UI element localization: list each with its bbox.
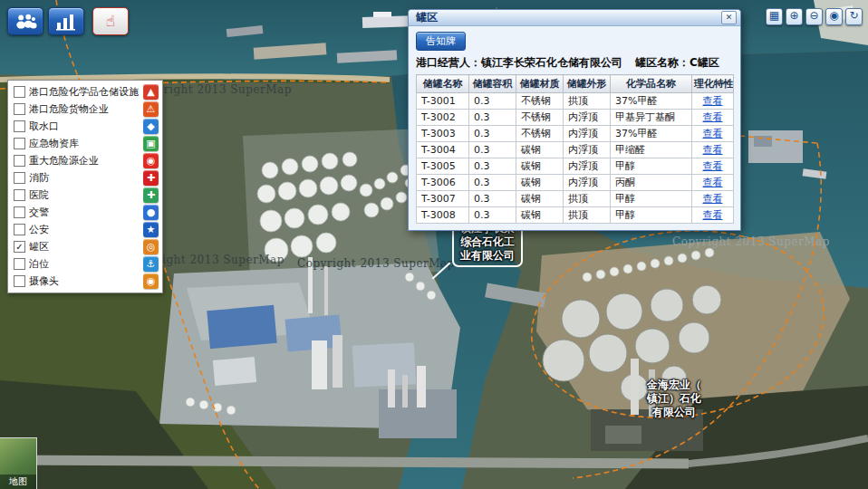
table-cell: 内浮顶 <box>564 158 611 175</box>
table-cell: 不锈钢 <box>516 126 564 142</box>
view-link[interactable]: 查看 <box>703 144 723 156</box>
table-row: T-30060.3碳钢内浮顶丙酮查看 <box>417 175 734 191</box>
layer-checkbox[interactable] <box>14 206 25 218</box>
layer-row[interactable]: 取水口◆ <box>8 118 162 135</box>
layer-row[interactable]: 应急物资库▣ <box>8 135 162 152</box>
layer-checkbox[interactable] <box>14 172 25 184</box>
table-cell: 37%甲醛 <box>611 93 692 110</box>
notice-board-button[interactable]: 告知牌 <box>416 32 466 51</box>
table-header-cell: 储罐容积 <box>469 75 516 93</box>
zoom-out-button[interactable]: ⊖ <box>805 8 823 25</box>
layer-row[interactable]: 医院✚ <box>8 187 162 204</box>
fire-station-icon: ✚ <box>143 170 159 186</box>
tank-area-icon: ◎ <box>143 239 159 254</box>
table-cell: 内浮顶 <box>564 142 611 158</box>
view-link[interactable]: 查看 <box>703 128 723 139</box>
tank-table: 储罐名称储罐容积储罐材质储罐外形化学品名称理化特性 T-30010.3不锈钢拱顶… <box>416 74 734 224</box>
table-cell: 查看 <box>692 142 734 158</box>
table-cell: 0.3 <box>469 126 516 142</box>
camera-icon: ◉ <box>143 273 159 289</box>
personnel-button[interactable] <box>7 7 43 35</box>
layer-checkbox[interactable] <box>14 86 25 98</box>
table-cell: T-3003 <box>417 126 469 142</box>
layer-row[interactable]: 港口危险货物企业⚠ <box>8 101 162 118</box>
table-cell: 0.3 <box>469 158 516 175</box>
table-row: T-30070.3碳钢拱顶甲醇查看 <box>417 191 734 207</box>
layer-checkbox[interactable] <box>14 224 25 235</box>
close-button[interactable]: ✕ <box>721 11 737 24</box>
layer-row[interactable]: 摄像头◉ <box>8 273 162 290</box>
layer-row[interactable]: 公安★ <box>8 221 162 238</box>
alarm-button[interactable]: ☝ <box>92 7 129 35</box>
table-cell: T-3006 <box>417 175 469 191</box>
tank-area-dialog: 罐区 ✕ 告知牌 港口经营人：镇江李长荣石化仓储有限公司罐区名称：C罐区 储罐名… <box>408 9 741 231</box>
refresh-button[interactable]: ↻ <box>845 8 863 25</box>
view-link[interactable]: 查看 <box>703 95 723 107</box>
table-row: T-30010.3不锈钢拱顶37%甲醛查看 <box>417 93 734 110</box>
toolbar: ☝ <box>7 7 129 35</box>
layer-label: 应急物资库 <box>29 137 140 150</box>
chemical-storage-icon: ▲ <box>143 84 159 100</box>
layer-checkbox[interactable] <box>14 258 25 270</box>
dangerous-goods-icon: ⚠ <box>143 101 159 117</box>
table-header-cell: 储罐外形 <box>564 75 611 93</box>
table-row: T-30050.3碳钢内浮顶甲醇查看 <box>417 158 734 175</box>
table-cell: 内浮顶 <box>564 175 611 191</box>
layer-label: 泊位 <box>29 257 140 271</box>
layer-panel: 港口危险化学品仓储设施▲港口危险货物企业⚠取水口◆应急物资库▣重大危险源企业◉消… <box>7 80 163 293</box>
table-cell: 查看 <box>692 207 734 224</box>
split-view-button[interactable]: ▦ <box>766 8 783 25</box>
statistics-button[interactable] <box>48 7 84 35</box>
layer-list: 港口危险化学品仓储设施▲港口危险货物企业⚠取水口◆应急物资库▣重大危险源企业◉消… <box>8 83 162 290</box>
layer-row[interactable]: 交警● <box>8 204 162 221</box>
globe-button[interactable]: ◉ <box>825 8 843 25</box>
dialog-title: 罐区 <box>416 10 721 25</box>
view-link[interactable]: 查看 <box>703 209 723 221</box>
layer-checkbox[interactable] <box>14 189 25 201</box>
table-cell: 0.3 <box>469 175 516 191</box>
layer-label: 港口危险化学品仓储设施 <box>29 85 140 99</box>
table-cell: 0.3 <box>469 191 516 207</box>
view-link[interactable]: 查看 <box>703 177 723 188</box>
zoom-in-button[interactable]: ⊕ <box>786 8 803 25</box>
police-icon: ★ <box>143 222 159 237</box>
dialog-titlebar[interactable]: 罐区 ✕ <box>409 10 740 26</box>
table-header-cell: 储罐材质 <box>516 75 564 93</box>
layer-row[interactable]: 泊位⚓ <box>8 255 162 273</box>
layer-label: 消防 <box>29 171 140 185</box>
table-cell: 拱顶 <box>564 93 611 110</box>
water-intake-icon: ◆ <box>143 119 159 134</box>
table-cell: 拱顶 <box>564 207 611 224</box>
layer-label: 交警 <box>29 206 140 219</box>
table-cell: T-3004 <box>417 142 469 158</box>
layer-row[interactable]: ✓罐区◎ <box>8 238 162 255</box>
operator-label: 港口经营人： <box>416 56 481 69</box>
layer-checkbox[interactable] <box>14 275 25 287</box>
layer-row[interactable]: 港口危险化学品仓储设施▲ <box>8 83 162 101</box>
layer-checkbox[interactable]: ✓ <box>14 241 25 253</box>
view-link[interactable]: 查看 <box>703 111 723 123</box>
table-cell: 碳钢 <box>516 142 564 158</box>
layer-checkbox[interactable] <box>14 120 25 132</box>
dialog-body: 告知牌 港口经营人：镇江李长荣石化仓储有限公司罐区名称：C罐区 储罐名称储罐容积… <box>409 26 740 230</box>
table-cell: 碳钢 <box>516 175 564 191</box>
table-cell: 查看 <box>692 191 734 207</box>
table-row: T-30040.3碳钢内浮顶甲缩醛查看 <box>417 142 734 158</box>
table-cell: 丙酮 <box>611 175 692 191</box>
pointer-icon: ☝ <box>106 14 115 29</box>
table-row: T-30030.3不锈钢内浮顶37%甲醛查看 <box>417 126 734 142</box>
layer-row[interactable]: 重大危险源企业◉ <box>8 152 162 169</box>
layer-checkbox[interactable] <box>14 138 25 149</box>
table-cell: 碳钢 <box>516 158 564 175</box>
view-link[interactable]: 查看 <box>703 193 723 205</box>
layer-row[interactable]: 消防✚ <box>8 169 162 187</box>
overview-map[interactable]: 地图 <box>0 437 37 489</box>
view-link[interactable]: 查看 <box>703 160 723 172</box>
table-cell: 拱顶 <box>564 191 611 207</box>
table-cell: 0.3 <box>469 110 516 126</box>
hospital-icon: ✚ <box>143 187 159 203</box>
table-cell: 碳钢 <box>516 207 564 224</box>
layer-checkbox[interactable] <box>14 103 25 115</box>
layer-checkbox[interactable] <box>14 155 25 167</box>
table-header-cell: 化学品名称 <box>611 75 692 93</box>
